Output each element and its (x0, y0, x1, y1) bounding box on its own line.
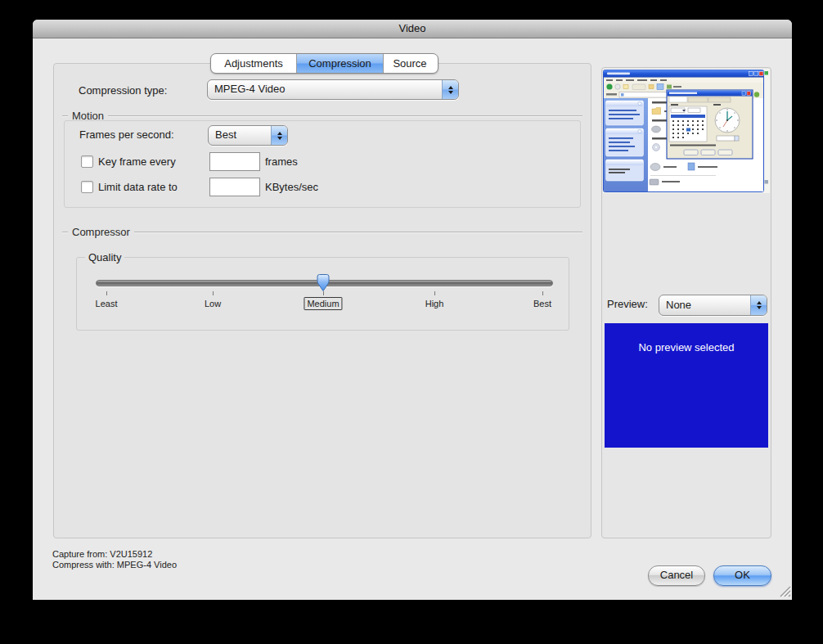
datarate-field[interactable] (209, 178, 260, 196)
arrow-up-icon (448, 86, 453, 89)
slider-label-low: Low (205, 299, 221, 308)
preview-popup[interactable]: None (659, 295, 767, 316)
no-preview-message: No preview selected (638, 341, 734, 354)
section-divider-line (134, 232, 582, 233)
datarate-label: Limit data rate to (98, 181, 178, 193)
compressor-section-header: Compressor (62, 226, 582, 238)
arrow-down-icon (448, 91, 453, 94)
compression-type-label: Compression type: (79, 84, 167, 97)
slider-tick (542, 291, 543, 295)
preview-display: No preview selected (605, 323, 768, 448)
slider-tick (323, 291, 324, 295)
compressor-section-label: Compressor (72, 226, 130, 238)
popup-stepper-icon (750, 295, 767, 315)
preview-thumbnail (603, 69, 770, 193)
quality-slider-thumb[interactable] (316, 273, 331, 292)
compress-with-text: Compress with: MPEG-4 Video (52, 560, 177, 570)
section-divider-line (108, 115, 582, 117)
preview-value: None (659, 295, 750, 315)
preview-pane: Preview: None No preview selected (601, 67, 771, 538)
tab-adjustments[interactable]: Adjustments (211, 54, 297, 73)
window-title: Video (398, 22, 425, 34)
keyframe-unit-label: frames (265, 155, 298, 168)
quality-label: Quality (85, 251, 124, 263)
capture-from-text: Capture from: V2U15912 (52, 549, 177, 560)
slider-tick (434, 291, 435, 295)
slider-label-best: Best (533, 299, 551, 308)
ok-button-label: OK (735, 569, 750, 581)
datarate-checkbox[interactable] (81, 181, 93, 193)
resize-grip-icon[interactable] (777, 583, 791, 597)
window-titlebar: Video (33, 20, 792, 38)
tab-bar: Adjustments Compression Source (210, 53, 438, 74)
section-divider-line (62, 115, 68, 117)
slider-label-high: High (425, 299, 444, 308)
popup-stepper-icon (271, 126, 287, 145)
screen-background: Video Adjustments Compression Source Com… (0, 0, 823, 644)
slider-label-medium: Medium (304, 297, 342, 310)
arrow-up-icon (757, 301, 762, 304)
keyframe-label: Key frame every (98, 155, 176, 168)
capture-info: Capture from: V2U15912 Compress with: MP… (52, 549, 177, 570)
datarate-unit-label: KBytes/sec (265, 181, 318, 193)
tab-compression[interactable]: Compression (297, 54, 384, 73)
keyframe-checkbox[interactable] (81, 155, 93, 168)
arrow-down-icon (757, 306, 762, 309)
compression-type-value: MPEG-4 Video (208, 80, 442, 99)
arrow-up-icon (277, 132, 282, 135)
preview-label: Preview: (607, 298, 648, 310)
tab-source[interactable]: Source (384, 54, 436, 73)
fps-value: Best (209, 126, 271, 145)
keyframe-field[interactable] (209, 152, 260, 171)
section-divider-line (62, 232, 68, 233)
compression-pane: Compression type: MPEG-4 Video Motion Fr… (53, 63, 591, 538)
cancel-button-label: Cancel (660, 569, 693, 581)
fps-popup[interactable]: Best (208, 125, 288, 146)
ok-button[interactable]: OK (713, 565, 771, 586)
compression-type-popup[interactable]: MPEG-4 Video (207, 79, 459, 100)
popup-stepper-icon (442, 80, 458, 99)
quality-box: Quality Least Low (76, 257, 569, 331)
slider-label-least: Least (96, 299, 118, 308)
cancel-button[interactable]: Cancel (648, 565, 705, 586)
slider-tick (106, 291, 107, 295)
video-dialog: Video Adjustments Compression Source Com… (33, 20, 792, 600)
motion-box: Frames per second: Best Key frame every … (64, 120, 581, 208)
arrow-down-icon (277, 137, 282, 140)
tab-source-label: Source (393, 57, 426, 70)
fps-label: Frames per second: (79, 128, 174, 141)
slider-tick (213, 291, 214, 295)
tab-adjustments-label: Adjustments (224, 57, 283, 70)
tab-compression-label: Compression (308, 57, 371, 70)
